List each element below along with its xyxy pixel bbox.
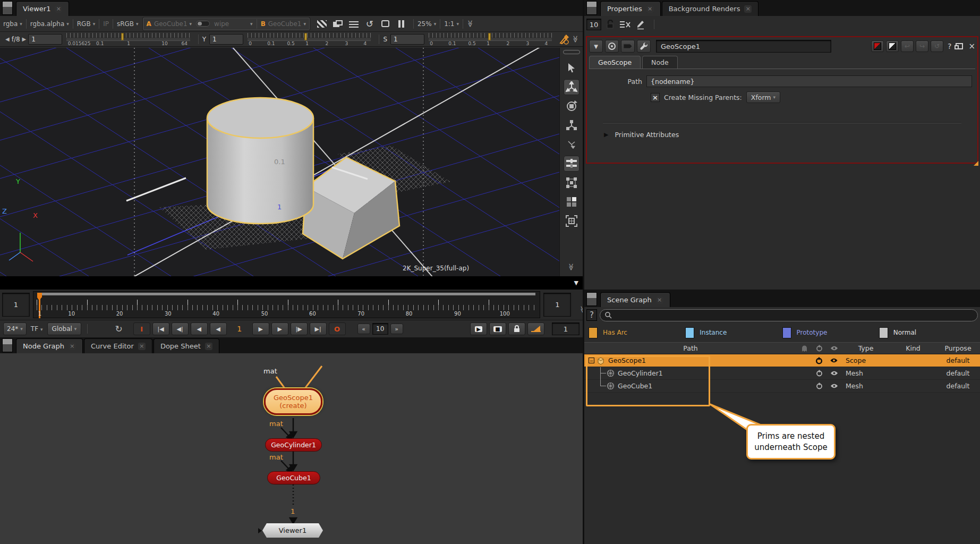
panel-menu-icon[interactable] — [2, 1, 13, 15]
panel-menu-icon[interactable] — [586, 292, 597, 306]
edit-node-icon[interactable] — [621, 40, 635, 53]
close-icon[interactable]: × — [205, 343, 212, 350]
scenegraph-row-geoscope1[interactable]: − GeoScope1 Scope default — [584, 354, 980, 367]
more-tools-icon[interactable]: ≫ — [567, 264, 575, 271]
quad-view-icon[interactable] — [564, 194, 580, 210]
view-node-icon[interactable] — [605, 40, 619, 53]
node-geoscope1[interactable]: GeoScope1 (create) — [264, 388, 322, 415]
fps-dropdown[interactable]: 24*▾ — [3, 322, 27, 335]
rotate-tool-icon[interactable] — [564, 98, 580, 114]
set-out-button[interactable]: O — [329, 322, 346, 335]
jump-fwd-button[interactable]: » — [390, 324, 403, 334]
zoom-level-dropdown[interactable]: 25% — [417, 20, 432, 28]
frame-view-icon[interactable] — [564, 213, 580, 229]
power-toggle[interactable] — [812, 382, 826, 389]
wipe-mode-dropdown[interactable]: wipe — [214, 20, 248, 28]
exposure-prev-icon[interactable]: ◀ — [5, 36, 10, 42]
range-mode-dropdown[interactable]: Global▾ — [47, 322, 82, 335]
ip-button[interactable]: IP — [103, 20, 109, 28]
help-icon[interactable]: ? — [948, 42, 951, 50]
node-viewer1[interactable]: Viewer1 — [262, 523, 323, 538]
tab-properties[interactable]: Properties × — [600, 1, 661, 16]
current-frame[interactable]: 1 — [229, 325, 250, 333]
exposure-input[interactable]: 1 — [28, 34, 62, 45]
lock-icon[interactable] — [606, 20, 615, 29]
play-back-button[interactable]: ◀ — [210, 322, 227, 335]
checker-overlay-icon[interactable] — [316, 19, 328, 29]
close-icon[interactable]: × — [646, 5, 654, 13]
resize-handle-icon[interactable] — [974, 161, 978, 166]
step-back-button[interactable]: ◀ — [191, 322, 208, 335]
translate-tool-icon[interactable] — [564, 79, 580, 95]
geocylinder-object[interactable] — [207, 98, 313, 224]
frame-ruler[interactable]: 1 10 20 30 40 50 60 70 80 90 100 — [33, 291, 540, 318]
gamma-slider[interactable]: 0 0.1 0.5 1 2 3 4 — [248, 32, 371, 46]
path-input[interactable]: {nodename} — [646, 75, 972, 87]
help-button[interactable]: ? — [586, 309, 597, 321]
layout-rows-icon[interactable] — [564, 156, 580, 172]
scanline-icon[interactable] — [347, 19, 360, 29]
eye-toggle[interactable] — [826, 370, 841, 376]
history-depth-input[interactable]: 10 — [586, 19, 601, 30]
goto-end-button[interactable]: ▶| — [310, 322, 327, 335]
flipbook-button[interactable]: ▶ — [470, 322, 487, 335]
flag-red-button[interactable] — [871, 40, 884, 52]
viewport-3d[interactable]: Y X Z 0.1 1 2K_Super_35(full-ap) — [0, 48, 559, 276]
gamma-input[interactable]: 1 — [209, 34, 243, 45]
overlay-slider[interactable] — [563, 50, 580, 54]
undo-icon[interactable]: ↩ — [901, 40, 914, 52]
column-type[interactable]: Type — [841, 344, 890, 352]
viewer-timebar[interactable]: ▼ — [0, 276, 583, 290]
tab-background-renders[interactable]: Background Renders × — [662, 1, 759, 16]
input-a-node-dropdown[interactable]: GeoCube1 — [154, 20, 188, 28]
colorspace-dropdown[interactable]: sRGB — [117, 20, 134, 28]
node-geocylinder1[interactable]: GeoCylinder1 — [265, 438, 322, 452]
tab-viewer1[interactable]: Viewer1 × — [16, 1, 69, 16]
close-icon[interactable]: × — [656, 296, 663, 304]
search-input[interactable] — [600, 309, 978, 321]
column-kind[interactable]: Kind — [890, 344, 936, 352]
expand-icon[interactable]: ▼ — [574, 279, 578, 286]
eye-toggle[interactable] — [826, 383, 841, 389]
xform-dropdown[interactable]: Xform▾ — [746, 91, 780, 103]
jump-back-button[interactable]: « — [357, 324, 370, 334]
scenegraph-row-geocylinder1[interactable]: GeoCylinder1 Mesh default — [584, 367, 980, 380]
play-button[interactable]: ▶ — [252, 322, 269, 335]
pause-icon[interactable] — [395, 19, 408, 29]
exposure-slider[interactable]: 0.015625 0.1 1 10 64 — [66, 32, 190, 46]
node-geocube1[interactable]: GeoCube1 — [267, 471, 320, 484]
loop-mode-icon[interactable]: ↻ — [115, 324, 122, 334]
close-icon[interactable]: × — [69, 343, 76, 350]
render-button[interactable]: ■ — [489, 322, 506, 335]
more-options-icon[interactable]: ≫ — [572, 36, 580, 43]
column-path[interactable]: Path — [584, 343, 797, 354]
eye-toggle[interactable] — [826, 358, 841, 363]
close-icon[interactable]: × — [968, 41, 975, 51]
tf-dropdown[interactable]: TF▾ — [31, 325, 43, 333]
jump-size-input[interactable]: 10 — [372, 323, 388, 335]
tab-curve-editor[interactable]: Curve Editor × — [84, 338, 152, 353]
create-missing-checkbox[interactable]: × — [651, 93, 660, 102]
tab-node[interactable]: Node — [642, 56, 678, 69]
pixel-probe-icon[interactable] — [558, 33, 570, 45]
collapse-icon[interactable]: ▼ — [589, 40, 603, 53]
scenegraph-row-geocube1[interactable]: GeoCube1 Mesh default — [584, 380, 980, 393]
saturation-input[interactable]: 1 — [390, 34, 424, 45]
tab-geoscope[interactable]: GeoScope — [589, 56, 641, 69]
exposure-next-icon[interactable]: ▶ — [22, 36, 27, 42]
curve-ramp-button[interactable] — [527, 322, 544, 335]
detach-window-icon[interactable] — [956, 43, 963, 49]
tab-dope-sheet[interactable]: Dope Sheet × — [154, 338, 219, 353]
input-b-node-dropdown[interactable]: GeoCube1 — [268, 20, 302, 28]
layer-dropdown[interactable]: rgba.alpha — [30, 20, 64, 28]
edit-pencil-icon[interactable] — [635, 19, 646, 30]
close-icon[interactable]: × — [55, 5, 62, 13]
lock-button[interactable] — [508, 322, 525, 335]
close-icon[interactable]: × — [744, 5, 752, 13]
next-key-button[interactable]: |▶ — [291, 322, 308, 335]
select-tool-icon[interactable] — [564, 60, 580, 76]
column-purpose[interactable]: Purpose — [936, 344, 980, 352]
expand-icon[interactable]: ▶ — [604, 131, 608, 138]
frame-value-input[interactable]: 1 — [552, 322, 580, 335]
in-frame-input[interactable]: 1 — [2, 293, 30, 317]
